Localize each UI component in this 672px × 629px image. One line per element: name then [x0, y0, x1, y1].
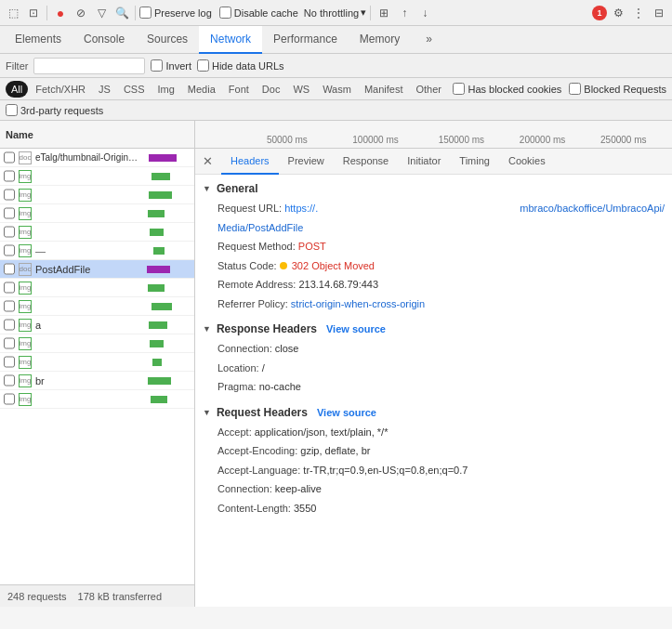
more-icon[interactable]: ⋮	[629, 4, 648, 22]
item-icon: doc	[19, 151, 32, 164]
type-css[interactable]: CSS	[118, 81, 151, 98]
tab-performance[interactable]: Performance	[262, 26, 349, 54]
invert-checkbox[interactable]	[151, 59, 163, 72]
type-js[interactable]: JS	[93, 81, 116, 98]
item-checkbox[interactable]	[4, 319, 15, 331]
item-checkbox[interactable]	[4, 189, 15, 201]
settings-icon[interactable]: ⚙	[609, 4, 627, 22]
preserve-log-label[interactable]: Preserve log	[139, 7, 212, 19]
tab-more[interactable]: »	[415, 26, 443, 54]
item-checkbox[interactable]	[4, 263, 15, 275]
filter-icon[interactable]: ▽	[92, 4, 111, 22]
response-view-source-link[interactable]: View source	[326, 323, 386, 334]
item-checkbox[interactable]	[4, 226, 15, 238]
panel-tab-timing[interactable]: Timing	[450, 149, 499, 175]
record-stop-icon[interactable]: ●	[51, 4, 70, 22]
accept-label: Accept:	[217, 426, 252, 438]
tab-network[interactable]: Network	[199, 26, 262, 54]
list-item[interactable]: img —	[0, 242, 194, 260]
tab-memory[interactable]: Memory	[349, 26, 411, 54]
type-all[interactable]: All	[6, 81, 28, 98]
item-icon: img	[19, 282, 32, 295]
list-item[interactable]: img br	[0, 372, 194, 390]
item-checkbox[interactable]	[4, 356, 15, 368]
item-checkbox[interactable]	[4, 393, 15, 405]
blocked-requests-label[interactable]: Blocked Requests	[569, 83, 666, 95]
panel-tab-initiator[interactable]: Initiator	[398, 149, 450, 175]
type-img[interactable]: Img	[152, 81, 180, 98]
referrer-policy-label: Referrer Policy:	[217, 298, 288, 309]
search-icon[interactable]: 🔍	[112, 4, 131, 22]
item-checkbox[interactable]	[4, 300, 15, 312]
preserve-log-checkbox[interactable]	[139, 7, 152, 19]
item-checkbox[interactable]	[4, 282, 15, 294]
type-media[interactable]: Media	[182, 81, 221, 98]
item-checkbox[interactable]	[4, 170, 15, 182]
timeline-marker-2: 100000 ms	[352, 135, 398, 145]
inspect-icon[interactable]: ⬚	[4, 4, 22, 22]
throttle-select[interactable]: No throttling ▾	[304, 7, 366, 19]
response-headers-section-header[interactable]: ▼ Response Headers View source	[203, 319, 665, 339]
invert-label[interactable]: Invert	[151, 59, 191, 72]
hide-data-urls-label[interactable]: Hide data URLs	[197, 59, 284, 72]
type-font[interactable]: Font	[223, 81, 255, 98]
wifi-icon[interactable]: ⊞	[375, 4, 393, 22]
panel-tab-cookies[interactable]: Cookies	[499, 149, 555, 175]
item-checkbox[interactable]	[4, 244, 15, 256]
list-item[interactable]: img	[0, 223, 194, 242]
item-checkbox[interactable]	[4, 374, 15, 387]
has-blocked-cookies-label[interactable]: Has blocked cookies	[453, 83, 561, 95]
list-item[interactable]: img	[0, 204, 194, 223]
item-icon: img	[19, 393, 32, 406]
filter-input[interactable]	[33, 58, 145, 74]
list-item[interactable]: img	[0, 297, 194, 316]
type-other[interactable]: Other	[410, 81, 447, 98]
type-manifest[interactable]: Manifest	[359, 81, 409, 98]
tab-elements[interactable]: Elements	[4, 26, 72, 54]
tab-sources[interactable]: Sources	[136, 26, 199, 54]
blocked-requests-checkbox[interactable]	[569, 83, 581, 95]
panel-tab-response[interactable]: Response	[334, 149, 399, 175]
item-icon: img	[19, 244, 32, 257]
list-item[interactable]: doc eTalg/thumbnail-OriginalName	[0, 149, 194, 167]
type-fetch-xhr[interactable]: Fetch/XHR	[30, 81, 91, 98]
item-checkbox[interactable]	[4, 337, 15, 349]
list-item[interactable]: img	[0, 353, 194, 372]
upload-icon[interactable]: ↑	[395, 4, 414, 22]
has-blocked-cookies-checkbox[interactable]	[453, 83, 465, 95]
item-bar-fill	[152, 173, 170, 180]
req-connection-label: Connection:	[217, 483, 272, 494]
list-item[interactable]: img a	[0, 316, 194, 334]
request-headers-arrow: ▼	[203, 408, 211, 417]
hide-data-urls-checkbox[interactable]	[197, 59, 209, 72]
type-wasm[interactable]: Wasm	[317, 81, 357, 98]
request-headers-section-header[interactable]: ▼ Request Headers View source	[203, 402, 665, 423]
device-toggle-icon[interactable]: ⊡	[24, 4, 43, 22]
item-bar	[144, 171, 191, 182]
item-checkbox[interactable]	[4, 151, 15, 164]
type-ws[interactable]: WS	[287, 81, 315, 98]
request-view-source-link[interactable]: View source	[317, 407, 376, 418]
disable-cache-label[interactable]: Disable cache	[219, 7, 298, 19]
download-icon[interactable]: ↓	[415, 4, 434, 22]
top-toolbar: ⬚ ⊡ ● ⊘ ▽ 🔍 Preserve log Disable cache N…	[0, 0, 672, 26]
panel-tab-headers[interactable]: Headers	[221, 149, 279, 175]
list-item[interactable]: img	[0, 390, 194, 409]
item-checkbox[interactable]	[4, 207, 15, 219]
list-item[interactable]: doc PostAddFile	[0, 260, 194, 279]
third-party-label[interactable]: 3rd-party requests	[6, 104, 103, 116]
tab-console[interactable]: Console	[72, 26, 136, 54]
general-section-header[interactable]: ▼ General	[203, 178, 665, 199]
list-item[interactable]: img	[0, 279, 194, 297]
close-panel-button[interactable]: ✕	[199, 153, 216, 170]
clear-icon[interactable]: ⊘	[72, 4, 90, 22]
filter-bar: Filter Invert Hide data URLs	[0, 54, 672, 78]
list-item[interactable]: img	[0, 167, 194, 186]
list-item[interactable]: img	[0, 186, 194, 204]
dock-icon[interactable]: ⊟	[650, 4, 668, 22]
list-item[interactable]: img	[0, 334, 194, 353]
panel-tab-preview[interactable]: Preview	[279, 149, 334, 175]
type-doc[interactable]: Doc	[257, 81, 286, 98]
third-party-checkbox[interactable]	[6, 104, 18, 116]
disable-cache-checkbox[interactable]	[219, 7, 231, 19]
